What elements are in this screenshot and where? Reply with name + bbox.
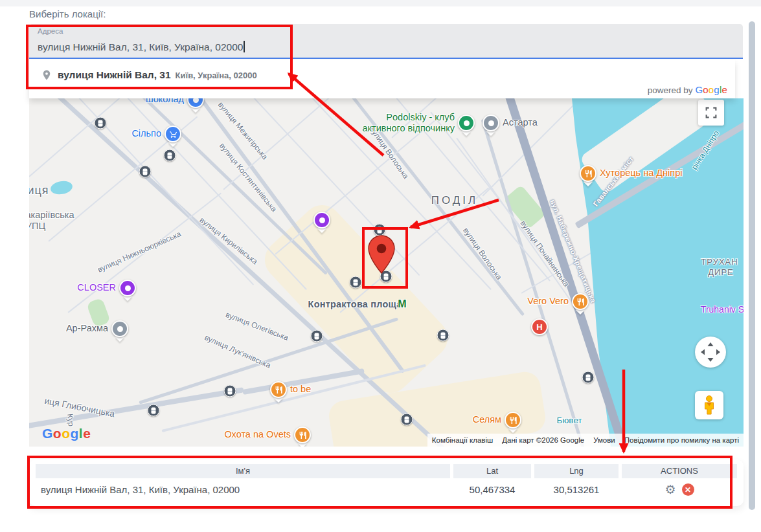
page-top-strip — [0, 0, 761, 6]
poi-label-хуторець-на-дніпрі: Хуторець на Дніпрі — [600, 168, 682, 179]
orange-marker-icon — [580, 165, 596, 182]
column-header-lng: Lng — [534, 464, 619, 478]
selected-location-pin[interactable] — [368, 235, 395, 276]
map-label-трухан: ТРУХАН — [701, 257, 738, 267]
pan-arrows-icon — [695, 337, 726, 368]
map-label-вулиця-волоська: вулиця Волоська — [461, 226, 504, 282]
tram-stop-icon — [164, 150, 176, 162]
google-logo: Google — [695, 84, 727, 95]
orange-marker-icon — [270, 381, 287, 398]
tram-stop-icon — [95, 117, 107, 129]
map-label-вулиця-олегівська: вулиця Олегівська — [224, 310, 290, 342]
attribution-link-комбінації-клавіш[interactable]: Комбінації клавіш — [427, 434, 497, 447]
tram-stop-icon — [311, 330, 323, 342]
poi-label-ар-рахма: Ар-Рахма — [66, 323, 108, 334]
powered-by-google: powered by Google — [648, 84, 727, 95]
map-label-иця: иця — [29, 184, 49, 197]
attribution-link-дані-карт-2026-google[interactable]: Дані карт ©2026 Google — [497, 434, 589, 447]
blue-marker-icon — [165, 126, 181, 142]
fullscreen-button[interactable] — [698, 100, 724, 126]
purple-marker-icon — [313, 212, 330, 228]
locations-table-card: Ім'я Lat Lng ACTIONS вулиця Нижній Вал, … — [29, 460, 744, 506]
poi-label-сільпо: Сільпо — [131, 128, 161, 139]
tram-stop-icon — [350, 276, 362, 289]
attribution-bar: Комбінації клавішДані карт ©2026 GoogleУ… — [29, 434, 744, 447]
tram-stop-icon — [401, 414, 413, 426]
map-label-акаріївська: акаріївська — [29, 210, 74, 220]
longitude-cell: 30,513261 — [534, 484, 619, 495]
address-field-value: вулиця Нижній Вал, 31, Київ, Україна, 02… — [38, 41, 245, 53]
suggestion-secondary-text: Київ, Україна, 02000 — [176, 71, 257, 80]
scrollbar[interactable] — [749, 21, 755, 510]
slate-marker-icon — [483, 115, 499, 131]
map-label-бювет: Бювет — [556, 416, 582, 425]
autocomplete-dropdown: вулиця Нижній Вал, 31 Київ, Україна, 020… — [29, 60, 735, 98]
text-caret — [244, 41, 245, 52]
map-label-вулиця-лук-янівська: вулиця Лук'янівська — [203, 333, 272, 370]
tram-stop-icon — [224, 385, 236, 397]
poi-label-селям: Селям — [473, 414, 501, 425]
map-canvas[interactable]: Google Комбінації клавішДані карт ©2026 … — [29, 98, 744, 447]
blue-marker-icon — [187, 98, 204, 108]
attribution-link-умови[interactable]: Умови — [589, 434, 620, 447]
address-field[interactable]: Адреса вулиця Нижній Вал, 31, Київ, Укра… — [29, 24, 743, 59]
pegman-icon — [703, 395, 716, 415]
map-label-м: М — [398, 298, 406, 310]
map-label-кур: Кур — [65, 414, 76, 427]
table-row: вулиця Нижній Вал, 31, Київ, Україна, 02… — [36, 483, 737, 496]
poi-label-closer: CLOSER — [77, 282, 116, 293]
orange-marker-icon — [572, 293, 589, 310]
fullscreen-icon — [705, 107, 717, 118]
poi-label-vero-vero: Vero Vero — [527, 296, 569, 307]
column-header-lat: Lat — [453, 464, 531, 478]
hospital-marker-icon: H — [531, 318, 548, 335]
tram-stop-icon — [139, 166, 152, 178]
map-label-контрактова-площа: Контрактова площа — [308, 299, 402, 309]
address-field-label: Адреса — [38, 27, 63, 35]
map-area-pond — [50, 179, 74, 196]
suggestion-main-text: вулиця Нижній Вал, 31 — [58, 69, 171, 81]
map-label-вулиця-нижньоюрківська: вулиця Нижньоюрківська — [96, 229, 182, 274]
poi-label-to-be: to be — [290, 384, 311, 395]
tram-stop-icon — [437, 329, 449, 342]
attribution-link-повідомити-про-помилку-на-карті[interactable]: Повідомити про помилку на карті — [620, 434, 744, 447]
map-label-truhaniv-si: Truhaniv Si — [701, 304, 744, 315]
actions-cell: ⚙ ✕ — [622, 483, 737, 496]
tram-stop-icon — [582, 371, 595, 384]
delete-location-button[interactable]: ✕ — [682, 483, 694, 496]
location-pin-icon — [41, 69, 52, 81]
orange-marker-icon — [505, 412, 521, 428]
poi-label-астарта: Астарта — [503, 117, 538, 128]
suggestion-item[interactable]: вулиця Нижній Вал, 31 Київ, Україна, 020… — [29, 65, 257, 85]
tram-stop-icon — [374, 224, 386, 236]
table-header-row: Ім'я Lat Lng ACTIONS — [36, 464, 737, 478]
pan-control[interactable] — [695, 337, 726, 368]
map-label-поділ: ПОДІЛ — [431, 194, 478, 207]
poi-label-podolskiy-клуб-активного-відпочинку: Podolskiy - клуб активного відпочинку — [362, 112, 455, 133]
column-header-name: Ім'я — [36, 464, 450, 478]
tram-stop-icon — [148, 405, 160, 417]
map-label-дире: ДИРЕ — [708, 267, 734, 277]
location-name-cell: вулиця Нижній Вал, 31, Київ, Україна, 02… — [36, 484, 450, 495]
page-title: Виберіть локації: — [29, 8, 106, 19]
latitude-cell: 50,467334 — [453, 484, 531, 495]
map-label-упц: УПЦ — [29, 221, 45, 231]
slate-marker-icon — [111, 320, 128, 337]
poi-label-шоколад: шоколад — [146, 98, 184, 105]
settings-gear-button[interactable]: ⚙ — [664, 483, 676, 496]
pegman-control[interactable] — [695, 391, 723, 419]
column-header-actions: ACTIONS — [622, 464, 737, 478]
green-marker-icon — [458, 115, 475, 131]
purple-marker-icon — [119, 280, 136, 296]
